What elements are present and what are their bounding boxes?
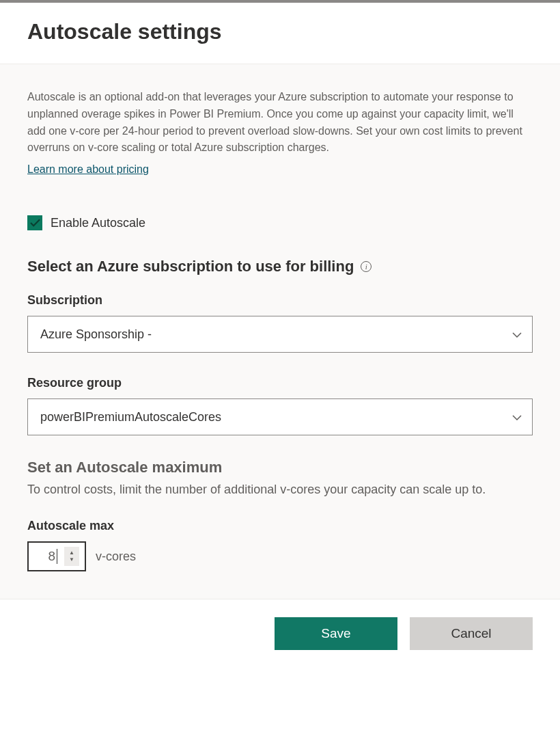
autoscale-max-stepper[interactable]: ▲ ▼: [27, 541, 86, 571]
enable-autoscale-label: Enable Autoscale: [51, 216, 145, 230]
billing-section-title: Select an Azure subscription to use for …: [27, 258, 533, 275]
autoscale-max-label: Autoscale max: [27, 519, 533, 533]
resource-group-select-wrap: powerBIPremiumAutoscaleCores: [27, 398, 533, 435]
page-title: Autoscale settings: [27, 19, 560, 44]
learn-more-link[interactable]: Learn more about pricing: [27, 163, 149, 176]
subscription-label: Subscription: [27, 293, 533, 308]
autoscale-max-input[interactable]: [38, 549, 57, 564]
dialog-footer: Save Cancel: [0, 599, 560, 669]
save-button[interactable]: Save: [275, 617, 397, 650]
caret-up-icon: ▲: [69, 550, 74, 556]
autoscale-max-section-title: Set an Autoscale maximum: [27, 459, 533, 476]
settings-panel: Autoscale is an optional add-on that lev…: [0, 64, 560, 599]
billing-title-text: Select an Azure subscription to use for …: [27, 258, 354, 275]
resource-group-select[interactable]: powerBIPremiumAutoscaleCores: [27, 398, 533, 435]
autoscale-max-description: To control costs, limit the number of ad…: [27, 481, 533, 500]
subscription-select-wrap: Azure Sponsorship -: [27, 316, 533, 353]
cancel-button[interactable]: Cancel: [410, 617, 533, 650]
page-header: Autoscale settings: [0, 3, 560, 64]
subscription-select[interactable]: Azure Sponsorship -: [27, 316, 533, 353]
vcores-unit: v-cores: [96, 550, 136, 564]
enable-autoscale-row: Enable Autoscale: [27, 215, 533, 230]
info-icon[interactable]: i: [361, 261, 372, 272]
autoscale-max-row: ▲ ▼ v-cores: [27, 541, 533, 571]
resource-group-label: Resource group: [27, 376, 533, 390]
autoscale-description: Autoscale is an optional add-on that lev…: [27, 89, 533, 157]
checkmark-icon: [30, 219, 40, 227]
stepper-arrows[interactable]: ▲ ▼: [64, 547, 79, 566]
enable-autoscale-checkbox[interactable]: [27, 215, 42, 230]
caret-down-icon: ▼: [69, 556, 74, 563]
